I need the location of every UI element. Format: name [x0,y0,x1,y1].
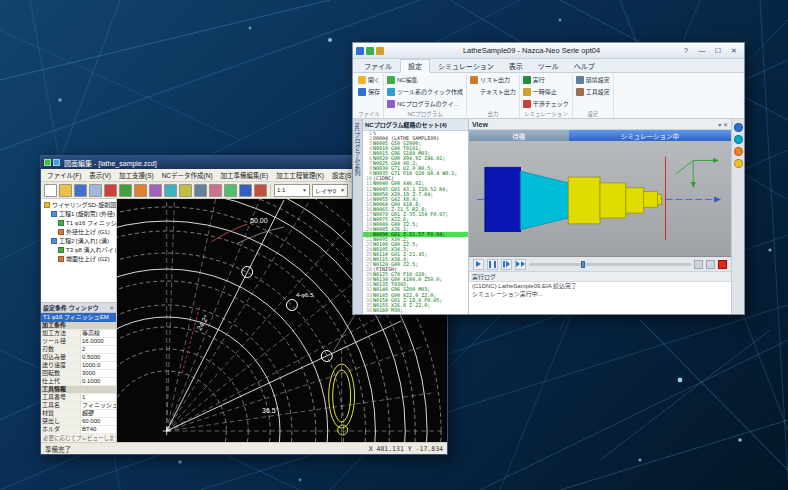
ribbon-tab[interactable]: ファイル [357,60,399,72]
tree-item[interactable]: 工程1 [旋削荒] (外径) [41,209,116,218]
panel-options-icon[interactable]: ▾ ✕ [718,121,728,128]
property-row[interactable]: 加工条件 [41,322,116,330]
toolbar-icon[interactable] [149,184,162,197]
property-value[interactable] [114,386,116,393]
maximize-button[interactable]: ☐ [711,45,725,56]
property-row[interactable]: 送り速度 1000.0 [41,362,116,370]
tree-item[interactable]: T3 φ8 溝入れバイト [41,245,116,254]
ribbon-tab[interactable]: ヘルプ [567,60,602,72]
tree-item[interactable]: T1 φ16 フィニッシュEM [41,218,116,227]
ribbon-button[interactable]: 保存 [358,86,380,97]
property-row[interactable]: 回転数 3000 [41,370,116,378]
property-value[interactable]: 超硬 [81,410,116,417]
property-panel-header[interactable]: 設定条件 ウィンドウ ✕ [41,303,116,313]
toolbar-icon[interactable] [134,184,147,197]
toolbar-icon[interactable] [239,184,252,197]
ribbon-tab[interactable]: シミュレーション [431,60,501,72]
property-value[interactable]: 2 [81,346,116,353]
toolbar-icon[interactable] [89,184,102,197]
property-value[interactable]: 16.0000 [81,338,116,345]
toolbar-icon[interactable] [104,184,117,197]
ribbon-button[interactable]: 工具設定 [576,86,610,97]
slider-thumb[interactable] [581,261,585,268]
ribbon-tab[interactable]: ツール [531,60,566,72]
toolbar-icon[interactable] [119,184,132,197]
property-value[interactable]: 1000.0 [81,362,116,369]
tree-item[interactable]: ワイヤリングSD-旋削図 [41,200,116,209]
property-value[interactable]: 3000 [81,370,116,377]
menu-item[interactable]: 表示(V) [85,170,115,180]
view-panel-header[interactable]: View ▾ ✕ [469,119,731,130]
property-value[interactable]: フィニッシュ [81,402,116,409]
ribbon-button[interactable]: リスト出力 [470,74,516,85]
toolbar-icon[interactable] [164,184,177,197]
view-tool-icon[interactable] [734,159,743,168]
ribbon-button[interactable]: 環境設定 [576,74,610,85]
toolbar-icon[interactable] [179,184,192,197]
close-button[interactable]: ✕ [727,45,741,56]
simulation-viewport[interactable] [469,141,731,257]
menu-item[interactable]: ファイル(F) [43,170,85,180]
ribbon-button[interactable]: NCプログラムのクイック作成 [387,98,463,109]
settings-button[interactable] [706,260,715,269]
toolbar-icon[interactable] [209,184,222,197]
nc-code-line[interactable]: 36 N0160 M30; [363,308,468,313]
capture-button[interactable] [694,260,703,269]
log-panel-header[interactable]: 実行ログ [469,272,731,282]
tree-item[interactable]: 工程2 [溝入れ] (溝) [41,236,116,245]
layer-combo[interactable]: レイヤ0▼ [312,184,348,197]
ribbon-button[interactable]: 開く [358,74,380,85]
property-row[interactable]: 工具情報 [41,386,116,394]
minimize-button[interactable]: — [695,45,709,56]
transport-button[interactable] [487,259,498,270]
tree-item[interactable]: 外径仕上げ (G1) [41,227,116,236]
tree-item[interactable]: 端面仕上げ (G2) [41,254,116,263]
property-row[interactable]: 刃数 2 [41,346,116,354]
view-tool-icon[interactable] [734,123,743,132]
menu-item[interactable]: 加工工程管理(K) [272,170,328,180]
property-value[interactable]: BT40 [81,426,116,433]
property-row[interactable]: 材質 超硬 [41,410,116,418]
property-row[interactable]: 工具番号 1 [41,394,116,402]
cam-titlebar[interactable]: LatheSample09 - Nazca-Neo Serie opt04 ? … [353,43,744,59]
help-button[interactable]: ? [679,45,693,56]
property-row[interactable]: ツール径 16.0000 [41,338,116,346]
nc-panel-side-tab[interactable]: NCプログラム/系列 [353,119,363,314]
toolbar-icon[interactable] [59,184,72,197]
ribbon-button[interactable]: 干渉チェック [523,98,569,109]
nc-code-list[interactable]: 1 % 2 O0004 (LATHE SAMPLE09) 3 N0005 G50… [363,131,468,314]
scale-combo[interactable]: 1:1▼ [274,184,310,197]
transport-button[interactable] [473,259,484,270]
transport-button[interactable] [501,259,512,270]
property-row[interactable]: 切込み量 0.5000 [41,354,116,362]
toolbar-icon[interactable] [254,184,267,197]
property-row[interactable]: 加工方法 等高線 [41,330,116,338]
property-row[interactable]: ホルダ BT40 [41,426,116,434]
property-value[interactable] [114,322,116,329]
ribbon-tab[interactable]: 表示 [502,60,530,72]
property-row[interactable]: 突出し 60.000 [41,418,116,426]
ribbon-button[interactable]: 一時停止 [523,86,569,97]
transport-button[interactable] [515,259,526,270]
toolbar-icon[interactable] [44,184,57,197]
property-value[interactable]: 0.1000 [81,378,116,385]
property-value[interactable]: 等高線 [81,330,116,337]
view-tool-icon[interactable] [734,147,743,156]
undo-icon[interactable] [376,47,384,55]
ribbon-button[interactable]: 実行 [523,74,569,85]
view-tool-icon[interactable] [734,135,743,144]
ribbon-button[interactable]: NC編集 [387,74,463,85]
toolbar-icon[interactable] [74,184,87,197]
ribbon-button[interactable]: ツール系のクイック作成 [387,86,463,97]
menu-item[interactable]: 加工支援(S) [115,170,158,180]
property-value[interactable]: 0.5000 [81,354,116,361]
property-value[interactable]: 1 [81,394,116,401]
property-row[interactable]: 仕上代 0.1000 [41,378,116,386]
stop-button[interactable] [718,260,727,269]
close-icon[interactable]: ✕ [109,305,114,311]
ribbon-button[interactable]: テキスト出力 [470,86,516,97]
toolbar-icon[interactable] [224,184,237,197]
save-icon[interactable] [366,47,374,55]
property-row[interactable]: 工具名 フィニッシュ [41,402,116,410]
property-value[interactable]: 60.000 [81,418,116,425]
